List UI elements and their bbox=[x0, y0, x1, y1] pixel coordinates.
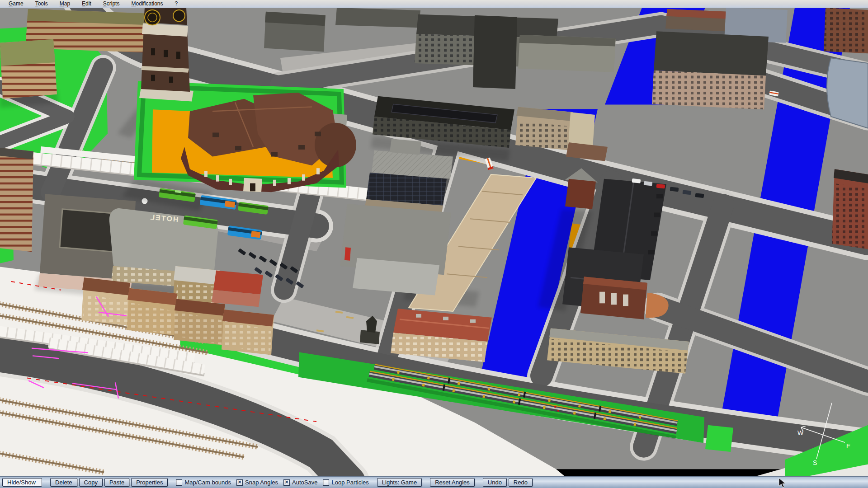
compass-east-label: E bbox=[846, 442, 850, 450]
checkbox-box[interactable] bbox=[323, 479, 329, 486]
checkbox-box[interactable]: × bbox=[283, 479, 290, 486]
checkbox-box[interactable]: × bbox=[236, 479, 243, 486]
autosave-checkbox[interactable]: × AutoSave bbox=[283, 479, 317, 486]
reset-angles-button[interactable]: Reset Angles bbox=[430, 478, 475, 487]
menu-edit[interactable]: Edit bbox=[76, 0, 97, 8]
checkbox-label: Map/Cam bounds bbox=[184, 479, 231, 486]
redo-button[interactable]: Redo bbox=[509, 478, 533, 487]
menu-scripts[interactable]: Scripts bbox=[97, 0, 126, 8]
loop-particles-checkbox[interactable]: Loop Particles bbox=[323, 479, 368, 486]
menu-bar: Game Tools Map Edit Scripts Modification… bbox=[0, 0, 868, 8]
mouse-cursor-icon bbox=[778, 478, 787, 488]
menu-modifications[interactable]: Modifications bbox=[125, 0, 169, 8]
building-left-hirise bbox=[0, 148, 33, 252]
snap-angles-checkbox[interactable]: × Snap Angles bbox=[236, 479, 278, 486]
checkbox-label: Loop Particles bbox=[331, 479, 368, 486]
compass-west-label: W bbox=[797, 429, 804, 436]
compass-south-label: S bbox=[813, 460, 817, 467]
properties-button[interactable]: Properties bbox=[131, 478, 168, 487]
lights-game-button[interactable]: Lights: Game bbox=[377, 478, 422, 487]
editor-toolbar: Hide/Show Delete Copy Paste Properties M… bbox=[0, 476, 868, 488]
copy-button[interactable]: Copy bbox=[79, 478, 103, 487]
checkbox-label: Snap Angles bbox=[245, 479, 278, 486]
checkbox-label: AutoSave bbox=[292, 479, 317, 486]
menu-game[interactable]: Game bbox=[3, 0, 29, 8]
menu-help[interactable]: ? bbox=[169, 0, 184, 8]
delete-button[interactable]: Delete bbox=[50, 478, 77, 487]
building-flat-gray bbox=[340, 204, 451, 296]
menu-tools[interactable]: Tools bbox=[29, 0, 54, 8]
map-viewport[interactable]: HOTEL bbox=[0, 8, 868, 477]
checkbox-box[interactable] bbox=[176, 479, 182, 486]
map-cam-bounds-checkbox[interactable]: Map/Cam bounds bbox=[176, 479, 231, 486]
paste-button[interactable]: Paste bbox=[104, 478, 129, 487]
undo-button[interactable]: Undo bbox=[483, 478, 507, 487]
menu-map[interactable]: Map bbox=[54, 0, 76, 8]
building-red-apartment bbox=[391, 309, 492, 362]
hide-show-button[interactable]: Hide/Show bbox=[2, 478, 42, 487]
omsi-editor-window: Game Tools Map Edit Scripts Modification… bbox=[0, 0, 868, 488]
